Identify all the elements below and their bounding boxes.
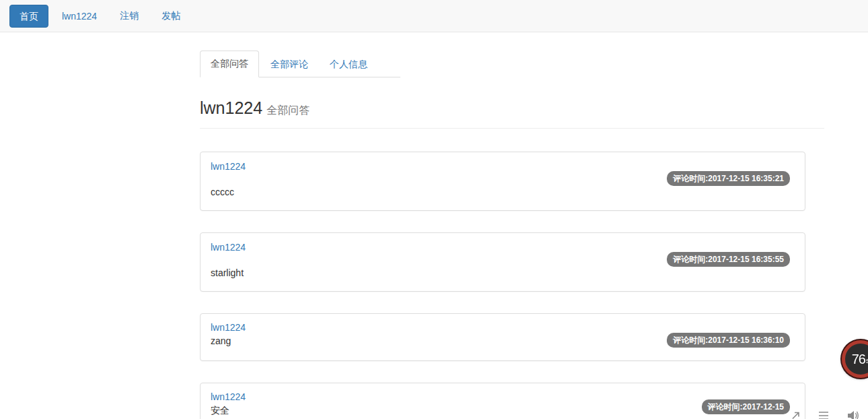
post-card: lwn1224 starlight 评论时间:2017-12-15 16:35:…	[200, 232, 805, 292]
post-card: lwn1224 安全 评论时间:2017-12-15	[200, 383, 805, 419]
header-divider	[200, 128, 824, 129]
nav-newpost-link[interactable]: 发帖	[151, 5, 191, 28]
system-tray-icons	[791, 409, 860, 419]
tab-all-comments[interactable]: 全部评论	[260, 52, 318, 77]
nav-home-button[interactable]: 首页	[9, 5, 48, 28]
post-author-link[interactable]: lwn1224	[211, 391, 246, 402]
tab-all-questions[interactable]: 全部问答	[200, 51, 259, 77]
comment-time-badge: 评论时间:2017-12-15 16:36:10	[667, 333, 790, 348]
post-content: starlight	[211, 267, 795, 278]
diagonal-arrow-icon[interactable]	[791, 409, 801, 419]
menu-list-icon[interactable]	[818, 409, 829, 419]
page-title-username: lwn1224	[200, 98, 262, 117]
page-header: lwn1224全部问答	[200, 98, 824, 118]
post-list: lwn1224 ccccc 评论时间:2017-12-15 16:35:21 l…	[200, 152, 824, 419]
nav-username-link[interactable]: lwn1224	[51, 5, 108, 27]
screen-recorder-timer[interactable]: 76s	[842, 340, 868, 378]
recorder-seconds-value: 76	[852, 352, 865, 367]
tab-personal-info[interactable]: 个人信息	[320, 52, 377, 77]
post-card: lwn1224 zang 评论时间:2017-12-15 16:36:10	[200, 313, 805, 361]
page-title-subtitle: 全部问答	[266, 104, 310, 116]
speaker-volume-icon[interactable]	[846, 409, 860, 419]
main-content: 全部问答 全部评论 个人信息 lwn1224全部问答 lwn1224 ccccc…	[200, 51, 824, 419]
nav-logout-link[interactable]: 注销	[109, 5, 149, 28]
profile-tabs: 全部问答 全部评论 个人信息	[200, 51, 400, 77]
post-author-link[interactable]: lwn1224	[211, 161, 246, 172]
comment-time-badge: 评论时间:2017-12-15 16:35:21	[667, 171, 790, 186]
post-author-link[interactable]: lwn1224	[211, 322, 246, 333]
post-author-link[interactable]: lwn1224	[211, 242, 246, 253]
comment-time-badge: 评论时间:2017-12-15	[702, 399, 790, 414]
post-content: ccccc	[211, 187, 795, 197]
top-navbar: 首页 lwn1224 注销 发帖	[0, 0, 868, 32]
comment-time-badge: 评论时间:2017-12-15 16:35:55	[667, 252, 790, 267]
post-card: lwn1224 ccccc 评论时间:2017-12-15 16:35:21	[200, 152, 805, 211]
